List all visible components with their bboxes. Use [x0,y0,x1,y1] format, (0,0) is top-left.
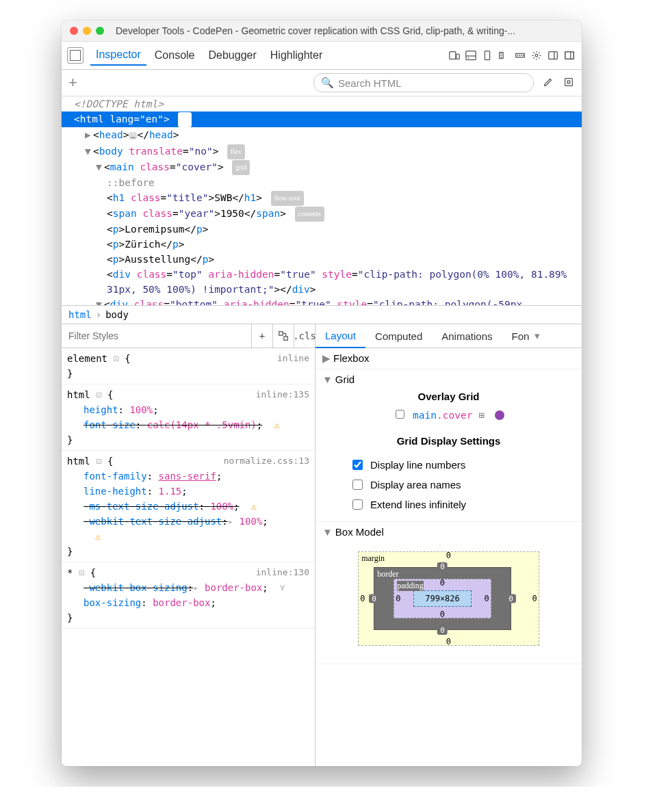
close-icon[interactable] [70,27,78,35]
ruler-h-icon[interactable] [513,49,527,62]
breadcrumb[interactable]: html › body [62,306,582,324]
rule-html-inline[interactable]: html ⊡ {inline:135 height: 100%; font-si… [62,384,315,451]
overlay-grid-checkbox[interactable] [396,410,404,419]
markup-tree[interactable]: <!DOCTYPE html> <html lang="en"> ev ▶<he… [62,96,582,306]
overlay-grid-heading: Overlay Grid [417,391,479,402]
tab-debugger[interactable]: Debugger [203,46,262,65]
grid-color-icon[interactable] [495,410,504,420]
add-element-icon[interactable]: + [68,74,77,92]
p-node-2[interactable]: <p>Zürich</p> [62,237,582,252]
opt-area-names[interactable]: Display area names [350,477,548,492]
svg-rect-2 [466,51,476,60]
svg-rect-10 [565,78,573,86]
main-node[interactable]: ▼<main class="cover"> grid [62,159,582,175]
responsive-icon[interactable] [448,49,461,62]
div-bottom-node[interactable]: ▼<div class="bottom" aria-hidden="true" … [62,297,582,306]
before-node[interactable]: ::before [62,175,582,190]
markup-toolbar: + 🔍 Search HTML [62,70,582,96]
gear-icon[interactable] [530,49,543,62]
tab-highlighter[interactable]: Highlighter [265,46,328,65]
svg-rect-12 [284,337,287,340]
tab-console[interactable]: Console [149,46,201,65]
svg-rect-0 [450,52,456,60]
filter-bar: + .cls [62,324,315,348]
minimize-icon[interactable] [83,27,91,35]
h1-node[interactable]: <h1 class="title">SWB</h1> flow-root [62,190,582,206]
body-node[interactable]: ▼<body translate="no"> flex [62,144,582,159]
box-content: 799×826 [413,590,472,607]
svg-rect-9 [565,52,574,60]
grid-settings-heading: Grid Display Settings [397,435,501,447]
rules-list: element ⊡ {inline } html ⊡ {inline:135 h… [62,348,315,766]
filter-styles-input[interactable] [62,324,251,348]
p-node-3[interactable]: <p>Ausstellung</p> [62,252,582,267]
crumb-html[interactable]: html [68,307,92,322]
opt-extend-lines[interactable]: Extend lines infinitely [350,497,548,512]
console-split-icon[interactable] [464,49,478,62]
edit-html-icon[interactable] [542,76,554,90]
layout-panel: Layout Computed Animations Fon ▾ ▶Flexbo… [315,324,582,766]
p-node-1[interactable]: <p>Loremipsum</p> [62,222,582,237]
chevron-right-icon: › [96,307,101,322]
phone-icon[interactable] [480,49,494,62]
chevron-down-icon[interactable]: ▾ [532,330,543,342]
window-title: Developer Tools - CodePen - Geometric co… [116,25,515,36]
opt-line-numbers[interactable]: Display line numbers [350,458,548,472]
html-node[interactable]: <html lang="en"> ev [62,112,582,127]
search-icon: 🔍 [321,77,334,89]
zoom-icon[interactable] [96,27,104,35]
devtools-window: Developer Tools - CodePen - Geometric co… [62,21,582,766]
grid-highlight-icon[interactable]: ⊞ [478,410,485,421]
svg-rect-11 [279,332,283,335]
ruler-v-icon[interactable] [497,49,511,62]
doctype-node[interactable]: <!DOCTYPE html> [62,96,582,112]
box-model-diagram[interactable]: margin 0 0 0 0 border 0 0 0 0 [358,551,539,646]
tab-fonts[interactable]: Fon [502,324,532,348]
panel-tabs: Inspector Console Debugger Highlighter [62,42,582,70]
search-input[interactable]: 🔍 Search HTML [313,73,534,92]
svg-rect-8 [565,52,574,60]
svg-rect-1 [456,54,460,59]
eyedropper-icon[interactable] [563,76,575,90]
span-node[interactable]: <span class="year">1950</span> contents [62,206,582,222]
filter-icon[interactable]: ⋎ [280,582,285,593]
div-top-node[interactable]: <div class="top" aria-hidden="true" styl… [62,267,582,297]
tab-animations[interactable]: Animations [432,324,502,348]
dock-side-icon[interactable] [546,49,560,62]
flexbox-section[interactable]: ▶Flexbox [315,348,582,369]
add-rule-icon[interactable]: + [251,324,272,348]
svg-rect-3 [485,51,489,60]
svg-point-6 [535,54,538,57]
rule-html-normalize[interactable]: html ⊡ {normalize.css:13 font-family: sa… [62,451,315,562]
rule-universal[interactable]: * ⊡ {inline:130 -webkit-box-sizing:▸ bor… [62,562,315,629]
tab-inspector[interactable]: Inspector [90,45,146,66]
styles-panel: + .cls element ⊡ {inline } html ⊡ {inlin… [62,324,315,766]
sidebar-tabs: Layout Computed Animations Fon ▾ [315,324,582,348]
pseudo-toggle-icon[interactable] [272,324,294,348]
cls-toggle[interactable]: .cls [294,324,315,348]
element-picker-icon[interactable] [67,47,83,64]
rule-element[interactable]: element ⊡ {inline } [62,348,315,384]
tab-computed[interactable]: Computed [365,324,432,348]
tab-layout[interactable]: Layout [315,324,365,348]
box-model-section: ▼Box Model margin 0 0 0 0 border 0 [315,522,582,664]
crumb-body[interactable]: body [105,307,129,322]
titlebar: Developer Tools - CodePen - Geometric co… [62,21,582,42]
svg-rect-7 [549,52,558,60]
head-node[interactable]: ▶<head>…</head> [62,127,582,144]
dock-bottom-icon[interactable] [563,49,576,62]
grid-section: ▼Grid Overlay Grid main.cover ⊞ Grid Dis… [315,369,582,522]
